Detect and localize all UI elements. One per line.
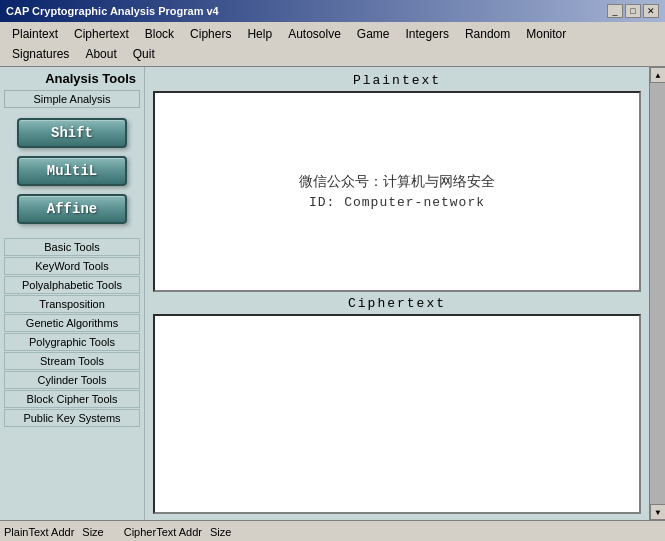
menu-bar: Plaintext Ciphertext Block Ciphers Help … [0, 22, 665, 67]
maximize-button[interactable]: □ [625, 4, 641, 18]
tool-genetic-algorithms[interactable]: Genetic Algorithms [4, 314, 140, 332]
menu-game[interactable]: Game [349, 25, 398, 43]
plaintext-area[interactable]: 微信公众号：计算机与网络安全 ID: Computer-network [153, 91, 641, 292]
close-button[interactable]: ✕ [643, 4, 659, 18]
menu-ciphertext[interactable]: Ciphertext [66, 25, 137, 43]
title-text: CAP Cryptographic Analysis Program v4 [6, 5, 219, 17]
scroll-bar: ▲ ▼ [649, 67, 665, 520]
tool-stream-tools[interactable]: Stream Tools [4, 352, 140, 370]
ciphertext-addr-label: CipherText Addr [124, 526, 202, 538]
plaintext-panel: Plaintext 微信公众号：计算机与网络安全 ID: Computer-ne… [153, 73, 641, 292]
sidebar-title: Analysis Tools [4, 71, 140, 86]
status-bar: PlainText Addr Size CipherText Addr Size [0, 520, 665, 541]
content-area: Plaintext 微信公众号：计算机与网络安全 ID: Computer-ne… [145, 67, 649, 520]
tool-polygraphic-tools[interactable]: Polygraphic Tools [4, 333, 140, 351]
scroll-down-button[interactable]: ▼ [650, 504, 665, 520]
tool-transposition[interactable]: Transposition [4, 295, 140, 313]
menu-row-2: Signatures About Quit [0, 44, 665, 64]
scroll-track[interactable] [650, 83, 665, 504]
menu-random[interactable]: Random [457, 25, 518, 43]
main-area: Analysis Tools Simple Analysis Shift Mul… [0, 67, 665, 520]
tool-keyword-tools[interactable]: KeyWord Tools [4, 257, 140, 275]
ciphertext-area[interactable] [153, 314, 641, 515]
menu-quit[interactable]: Quit [125, 45, 163, 63]
simple-analysis-label: Simple Analysis [4, 90, 140, 108]
menu-plaintext[interactable]: Plaintext [4, 25, 66, 43]
multil-button[interactable]: MultiL [17, 156, 127, 186]
menu-about[interactable]: About [77, 45, 124, 63]
ciphertext-size-label: Size [210, 526, 231, 538]
menu-block[interactable]: Block [137, 25, 182, 43]
plaintext-line1: 微信公众号：计算机与网络安全 [299, 173, 495, 191]
title-controls: _ □ ✕ [607, 4, 659, 18]
menu-monitor[interactable]: Monitor [518, 25, 574, 43]
plaintext-line2: ID: Computer-network [309, 195, 485, 210]
affine-button[interactable]: Affine [17, 194, 127, 224]
ciphertext-label: Ciphertext [153, 296, 641, 311]
menu-autosolve[interactable]: Autosolve [280, 25, 349, 43]
status-plaintext: PlainText Addr Size [4, 526, 104, 538]
menu-integers[interactable]: Integers [398, 25, 457, 43]
menu-row-1: Plaintext Ciphertext Block Ciphers Help … [0, 24, 665, 44]
tools-list: Basic Tools KeyWord Tools Polyalphabetic… [4, 238, 140, 427]
sidebar: Analysis Tools Simple Analysis Shift Mul… [0, 67, 145, 520]
tool-polyalphabetic-tools[interactable]: Polyalphabetic Tools [4, 276, 140, 294]
tool-basic-tools[interactable]: Basic Tools [4, 238, 140, 256]
plaintext-size-label: Size [82, 526, 103, 538]
title-bar: CAP Cryptographic Analysis Program v4 _ … [0, 0, 665, 22]
plaintext-label: Plaintext [153, 73, 641, 88]
shift-button[interactable]: Shift [17, 118, 127, 148]
ciphertext-panel: Ciphertext [153, 296, 641, 515]
menu-ciphers[interactable]: Ciphers [182, 25, 239, 43]
menu-signatures[interactable]: Signatures [4, 45, 77, 63]
menu-help[interactable]: Help [239, 25, 280, 43]
plaintext-addr-label: PlainText Addr [4, 526, 74, 538]
tool-cylinder-tools[interactable]: Cylinder Tools [4, 371, 140, 389]
status-ciphertext: CipherText Addr Size [124, 526, 232, 538]
scroll-up-button[interactable]: ▲ [650, 67, 665, 83]
tool-block-cipher-tools[interactable]: Block Cipher Tools [4, 390, 140, 408]
tool-public-key-systems[interactable]: Public Key Systems [4, 409, 140, 427]
minimize-button[interactable]: _ [607, 4, 623, 18]
